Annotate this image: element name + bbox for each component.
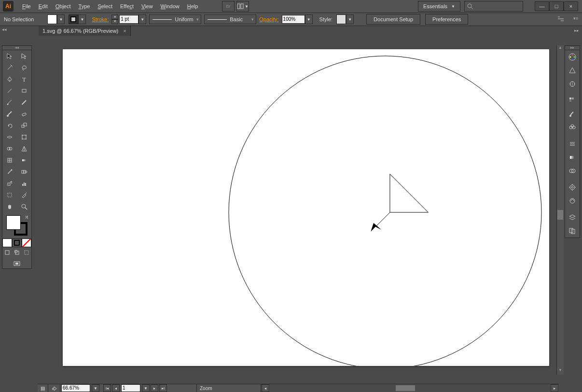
stroke-weight-field[interactable]: 1 pt — [119, 15, 139, 24]
expand-panels-right-icon[interactable]: ▸▸ — [574, 28, 579, 33]
workspace-switcher[interactable]: Essentials▼ — [418, 1, 460, 12]
opacity-field[interactable]: 100% — [282, 15, 305, 24]
paintbrush-tool[interactable] — [2, 97, 17, 108]
blend-tool[interactable] — [17, 166, 31, 178]
menu-help[interactable]: Help — [183, 0, 202, 13]
stroke-weight-spinner[interactable]: ▲ ▼ — [111, 14, 118, 24]
lasso-tool[interactable] — [17, 62, 31, 73]
stroke-swatch[interactable] — [69, 14, 78, 24]
perspective-grid-tool[interactable] — [17, 143, 31, 154]
document-tab[interactable]: 1.svg @ 66.67% (RGB/Preview) × — [39, 26, 131, 36]
search-box[interactable] — [464, 1, 523, 12]
zoom-tool[interactable] — [17, 201, 31, 212]
canvas-viewport[interactable] — [38, 45, 559, 382]
prev-artboard-button[interactable]: ◂ — [112, 384, 120, 392]
tab-close-icon[interactable]: × — [123, 28, 126, 34]
expand-panels-left-icon[interactable]: ◂◂ — [2, 27, 8, 33]
pencil-tool[interactable] — [17, 97, 31, 108]
gradient-tool[interactable] — [17, 154, 31, 166]
brushes-panel-icon[interactable] — [565, 107, 580, 121]
draw-inside-icon[interactable] — [22, 248, 31, 257]
blob-brush-tool[interactable] — [2, 108, 17, 120]
width-tool[interactable] — [2, 131, 17, 143]
window-maximize-button[interactable]: □ — [549, 1, 564, 11]
transparency-panel-icon[interactable] — [565, 164, 580, 178]
horizontal-scroll-thumb[interactable] — [396, 385, 415, 391]
artboard-dropdown[interactable]: ▼ — [142, 384, 150, 392]
rectangle-tool[interactable] — [17, 85, 31, 97]
fill-color[interactable] — [6, 215, 21, 230]
color-mode-solid[interactable] — [2, 238, 12, 247]
stroke-weight-dropdown[interactable]: ▼ — [139, 14, 146, 24]
appearance-panel-icon[interactable] — [565, 181, 580, 194]
shape-builder-tool[interactable] — [2, 143, 17, 154]
eyedropper-tool[interactable] — [2, 166, 17, 178]
free-transform-tool[interactable] — [17, 131, 31, 143]
artboard-number-field[interactable]: 1 — [121, 384, 140, 392]
stroke-up-button[interactable]: ▲ — [111, 14, 118, 19]
hand-tool[interactable] — [2, 201, 17, 212]
share-icon[interactable] — [48, 384, 60, 392]
window-close-button[interactable]: × — [564, 1, 578, 11]
last-artboard-button[interactable]: ▸I — [159, 384, 167, 392]
color-guide-panel-icon[interactable] — [565, 64, 580, 77]
rotate-tool[interactable] — [2, 120, 17, 131]
symbols-panel-icon[interactable] — [565, 121, 580, 134]
preferences-button[interactable]: Preferences — [425, 14, 468, 25]
kuler-panel-icon[interactable] — [565, 77, 580, 91]
swatches-panel-icon[interactable] — [565, 94, 580, 107]
stroke-panel-icon[interactable] — [565, 137, 580, 151]
eraser-tool[interactable] — [17, 108, 31, 120]
vertical-scrollbar[interactable]: ▲ ▼ — [556, 45, 564, 375]
status-menu-icon[interactable]: ▤ — [38, 384, 48, 392]
stroke-dropdown[interactable]: ▼ — [78, 14, 86, 24]
brush-definition-dropdown[interactable]: Basic — [204, 14, 256, 24]
stroke-label[interactable]: Stroke: — [92, 16, 109, 22]
zoom-field[interactable]: 66.67% — [61, 384, 90, 392]
draw-behind-icon[interactable] — [12, 248, 22, 257]
direct-selection-tool[interactable] — [17, 50, 31, 62]
vertical-scroll-thumb[interactable] — [557, 210, 563, 220]
opacity-dropdown[interactable]: ▼ — [305, 14, 313, 24]
menu-effect[interactable]: Effect — [116, 0, 138, 13]
menu-view[interactable]: View — [138, 0, 157, 13]
type-tool[interactable]: T — [17, 73, 31, 85]
hscroll-right-button[interactable]: ▸ — [551, 384, 558, 392]
menu-type[interactable]: Type — [75, 0, 94, 13]
fill-swatch[interactable] — [47, 14, 57, 24]
selection-tool[interactable] — [2, 50, 17, 62]
stroke-profile-dropdown[interactable]: Uniform — [149, 14, 201, 24]
layers-panel-icon[interactable] — [565, 210, 580, 224]
bridge-button[interactable]: Br — [222, 1, 235, 12]
menu-window[interactable]: Window — [157, 0, 183, 13]
menu-object[interactable]: Object — [52, 0, 75, 13]
graphic-styles-panel-icon[interactable] — [565, 194, 580, 208]
hscroll-left-button[interactable]: ◂ — [262, 384, 269, 392]
color-panel-icon[interactable] — [565, 50, 580, 64]
mesh-tool[interactable] — [2, 154, 17, 166]
slice-tool[interactable] — [17, 189, 31, 201]
horizontal-scrollbar[interactable] — [270, 385, 550, 392]
menu-select[interactable]: Select — [94, 0, 116, 13]
column-graph-tool[interactable] — [17, 178, 31, 189]
artboard[interactable] — [63, 49, 549, 366]
dock-collapse-icon[interactable]: ▸▸ — [565, 46, 580, 50]
tools-collapse-icon[interactable]: ◂◂ — [2, 46, 31, 50]
artboards-panel-icon[interactable] — [565, 224, 580, 238]
pen-tool[interactable] — [2, 73, 17, 85]
control-menu-icon[interactable]: ▾≡ — [573, 16, 578, 21]
line-tool[interactable] — [2, 85, 17, 97]
opacity-label[interactable]: Opacity: — [259, 16, 278, 22]
menu-file[interactable]: File — [18, 0, 35, 13]
fill-stroke-control[interactable]: ⤭ — [2, 214, 31, 238]
arrange-docs-button[interactable]: ▼ — [236, 1, 249, 12]
next-artboard-button[interactable]: ▸ — [151, 384, 158, 392]
magic-wand-tool[interactable] — [2, 62, 17, 73]
style-dropdown[interactable]: ▼ — [346, 14, 354, 24]
window-minimize-button[interactable]: — — [535, 1, 549, 11]
draw-normal-icon[interactable] — [2, 248, 12, 257]
gradient-panel-icon[interactable] — [565, 151, 580, 164]
color-mode-none[interactable] — [22, 238, 31, 247]
color-mode-gradient[interactable] — [12, 238, 22, 247]
stroke-down-button[interactable]: ▼ — [111, 19, 118, 24]
